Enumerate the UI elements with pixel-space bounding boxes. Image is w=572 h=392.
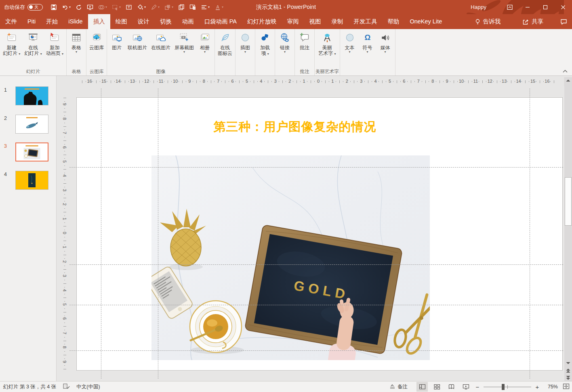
zoom-slider[interactable] xyxy=(484,382,531,392)
tab-审阅[interactable]: 审阅 xyxy=(282,14,304,29)
wordart-button[interactable]: 美丽艺术字 ▾ xyxy=(316,30,338,57)
horizontal-guide[interactable] xyxy=(69,305,563,305)
illustrations-button[interactable]: 插图▾ xyxy=(236,30,254,55)
spell-check-icon[interactable] xyxy=(63,383,70,391)
ruler-tick xyxy=(63,98,66,98)
edit-shape-button[interactable]: ▾ xyxy=(149,2,162,13)
tab-口袋动画 PA[interactable]: 口袋动画 PA xyxy=(199,14,242,29)
web-pictures-button[interactable]: 在线图片 xyxy=(149,30,172,51)
text-box-button[interactable] xyxy=(124,2,134,13)
ruler-tick xyxy=(465,81,465,82)
next-slide-button[interactable] xyxy=(564,374,572,381)
fit-slide-to-window-button[interactable] xyxy=(563,383,570,391)
ruler-number: 1 xyxy=(301,79,307,84)
view-normal-button[interactable] xyxy=(416,382,428,392)
scrollbar-thumb[interactable] xyxy=(565,177,572,226)
online-pictures-button[interactable]: 联机图片 xyxy=(126,30,149,51)
photo-album-button[interactable]: 相册▾ xyxy=(196,30,214,55)
symbols-button[interactable]: Ω符号▾ xyxy=(359,30,376,55)
tab-录制[interactable]: 录制 xyxy=(326,14,348,29)
tab-视图[interactable]: 视图 xyxy=(304,14,326,29)
zoom-in-button[interactable]: + xyxy=(534,384,540,390)
align-objects-button[interactable]: ▾ xyxy=(199,2,212,13)
horizontal-guide[interactable] xyxy=(69,167,563,168)
vertical-scrollbar[interactable] xyxy=(564,77,572,381)
tab-iSlide[interactable]: iSlide xyxy=(63,14,88,29)
ribbon-display-options-button[interactable] xyxy=(501,0,519,14)
comments-button[interactable] xyxy=(555,14,572,29)
tab-动画[interactable]: 动画 xyxy=(177,14,199,29)
slide-thumbnail-1[interactable] xyxy=(15,86,48,105)
new-slide-button[interactable]: 新建幻灯片 ▾ xyxy=(1,30,22,57)
repeat-button[interactable] xyxy=(74,2,84,13)
tab-开发工具[interactable]: 开发工具 xyxy=(348,14,382,29)
screenshot-button[interactable]: 屏幕截图▾ xyxy=(172,30,196,55)
arrange-shapes-button[interactable]: ▾ xyxy=(162,2,175,13)
tab-切换[interactable]: 切换 xyxy=(155,14,177,29)
tab-设计[interactable]: 设计 xyxy=(132,14,155,29)
pictures-button[interactable]: 图片 xyxy=(108,30,126,51)
start-slideshow-button[interactable] xyxy=(85,2,95,13)
slide-thumbnail-3[interactable] xyxy=(15,143,48,161)
cloud-gallery-button[interactable]: 云图库 xyxy=(87,30,106,51)
tab-插入[interactable]: 插入 xyxy=(88,14,110,29)
minimize-button[interactable] xyxy=(519,0,536,14)
new-animation-page-button[interactable]: 新加动画页 ▾ xyxy=(44,30,65,57)
tab-帮助[interactable]: 帮助 xyxy=(382,14,404,29)
horizontal-guide[interactable] xyxy=(69,350,563,351)
shape-fill-button[interactable]: ▾ xyxy=(135,2,148,13)
copy-button[interactable] xyxy=(176,2,187,13)
font-color-button[interactable]: A▾ xyxy=(212,2,225,13)
zoom-slider-thumb[interactable] xyxy=(502,384,505,390)
horizontal-guide[interactable] xyxy=(69,264,563,265)
pictures-icon xyxy=(111,31,123,44)
slide-photo[interactable]: GOLD xyxy=(151,155,430,360)
online-slides-button[interactable]: 在线幻灯片 ▾ xyxy=(22,30,44,57)
vertical-guide[interactable] xyxy=(158,88,158,379)
vertical-guide[interactable] xyxy=(530,88,530,379)
slide-thumbnail-2[interactable] xyxy=(15,115,48,134)
tab-幻灯片放映[interactable]: 幻灯片放映 xyxy=(242,14,282,29)
tell-me-button[interactable]: 告诉我 xyxy=(470,14,506,29)
notes-button[interactable]: 备注 xyxy=(389,384,408,390)
online-icon-cloud-button[interactable]: 在线图标云 xyxy=(216,30,234,57)
close-button[interactable] xyxy=(554,0,572,14)
view-reading-button[interactable] xyxy=(446,382,457,392)
share-button[interactable]: 共享 xyxy=(517,14,548,29)
previous-slide-button[interactable] xyxy=(564,367,572,374)
add-ins-button[interactable]: 加载项 ▾ xyxy=(256,30,274,57)
view-slide-sorter-button[interactable] xyxy=(431,382,442,392)
scroll-up-button[interactable] xyxy=(564,77,572,84)
links-button[interactable]: 链接▾ xyxy=(276,30,294,55)
text-button[interactable]: 文本▾ xyxy=(341,30,359,55)
table-button[interactable]: 表格▾ xyxy=(67,30,85,55)
tab-Piti[interactable]: Piti xyxy=(22,14,41,29)
slide-title-textbox[interactable]: 第三种：用户图像复杂的情况 xyxy=(202,119,387,135)
tab-开始[interactable]: 开始 xyxy=(41,14,63,29)
scroll-down-button[interactable] xyxy=(564,360,572,367)
comment-button[interactable]: 批注 xyxy=(296,30,313,51)
tab-OneKey Lite[interactable]: OneKey Lite xyxy=(404,14,447,29)
view-slideshow-button[interactable] xyxy=(460,382,471,392)
ruler-number: 7 xyxy=(215,79,221,84)
replace-picture-button[interactable] xyxy=(187,2,198,13)
tab-绘图[interactable]: 绘图 xyxy=(110,14,132,29)
autosave-toggle[interactable]: 关 xyxy=(27,4,43,10)
button-label: 在线 xyxy=(28,45,38,50)
zoom-level[interactable]: 75% xyxy=(543,384,558,390)
slide-thumbnail-4[interactable] xyxy=(15,171,48,190)
save-button[interactable] xyxy=(48,2,59,13)
slide-canvas[interactable]: 第三种：用户图像复杂的情况 xyxy=(76,97,563,371)
language-status[interactable]: 中文(中国) xyxy=(76,384,100,390)
lasso-select-button[interactable]: ▾ xyxy=(110,2,123,13)
ruler-tick xyxy=(64,337,65,337)
undo-button[interactable]: ▾ xyxy=(60,2,73,13)
maximize-button[interactable] xyxy=(536,0,554,14)
collapse-ribbon-button[interactable] xyxy=(561,68,569,74)
vertical-guide[interactable] xyxy=(101,88,101,379)
merge-shapes-button[interactable]: ▾ xyxy=(96,2,109,13)
autosave-control[interactable]: 自动保存 关 xyxy=(4,4,43,11)
tab-文件[interactable]: 文件 xyxy=(0,14,22,29)
media-button[interactable]: 媒体▾ xyxy=(376,30,394,55)
zoom-out-button[interactable]: − xyxy=(475,384,480,390)
